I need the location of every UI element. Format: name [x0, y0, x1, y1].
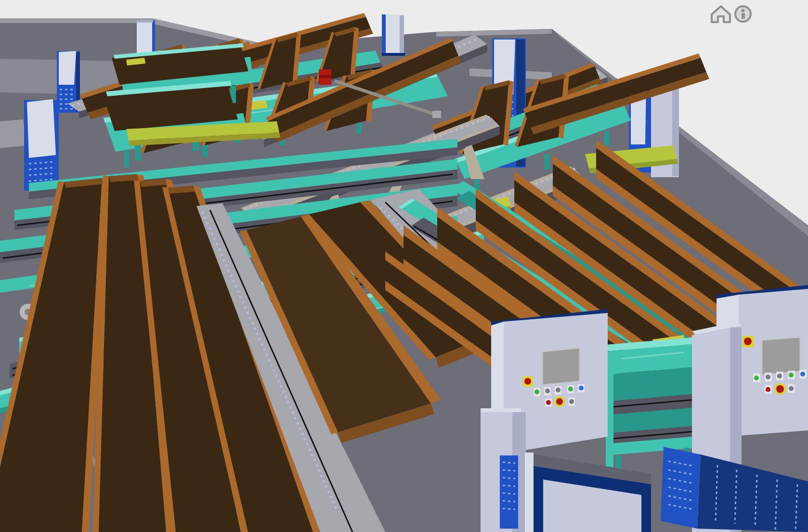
estop-button-b[interactable]: [743, 336, 754, 347]
home-button[interactable]: [712, 6, 730, 22]
electrical-cabinet-left: [24, 99, 59, 191]
hmi-screen-b[interactable]: [762, 337, 800, 375]
hmi-screen-a[interactable]: [542, 348, 580, 385]
estop-button-a[interactable]: [523, 376, 533, 387]
plant-3d-viewport[interactable]: [0, 0, 808, 532]
info-button[interactable]: [735, 6, 751, 22]
home-icon: [712, 6, 730, 22]
info-icon: [735, 6, 751, 22]
blue-vent-strip: [500, 455, 518, 529]
standing-panel-center: [382, 14, 405, 56]
plant-scene: [0, 0, 808, 532]
